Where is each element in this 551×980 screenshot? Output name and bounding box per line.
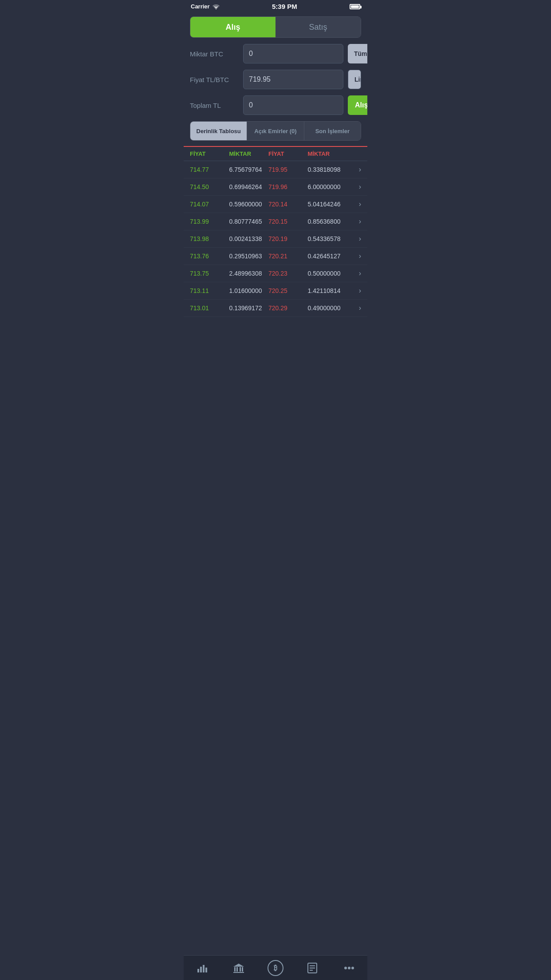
bid-price: 713.99 (190, 218, 229, 225)
section-tab-group: Derinlik Tablosu Açık Emirler (0) Son İş… (190, 121, 361, 141)
table-body: 714.77 6.75679764 719.95 0.33818098 › 71… (184, 161, 367, 317)
ask-qty: 0.42645127 (308, 253, 347, 260)
row-arrow: › (347, 304, 361, 312)
row-arrow: › (347, 166, 361, 174)
row-arrow: › (347, 269, 361, 277)
ask-qty: 0.49000000 (308, 304, 347, 312)
bid-qty: 0.29510963 (229, 253, 269, 260)
tab-acik-emir[interactable]: Açık Emirler (0) (247, 122, 304, 140)
table-row[interactable]: 714.77 6.75679764 719.95 0.33818098 › (184, 161, 367, 178)
ask-qty: 5.04164246 (308, 201, 347, 208)
order-form: Miktar BTC Tüm Bakiye Fiyat TL/BTC Limit… (184, 38, 367, 115)
row-arrow: › (347, 200, 361, 208)
bid-price: 713.75 (190, 270, 229, 277)
bid-price: 713.01 (190, 304, 229, 312)
bid-qty: 0.80777465 (229, 218, 269, 225)
ask-qty: 0.85636800 (308, 218, 347, 225)
table-row[interactable]: 714.50 0.69946264 719.96 6.00000000 › (184, 178, 367, 196)
tum-bakiye-button[interactable]: Tüm Bakiye (348, 44, 367, 63)
alis-emri-button[interactable]: Alış Emri Gir (348, 95, 367, 115)
table-row[interactable]: 713.76 0.29510963 720.21 0.42645127 › (184, 248, 367, 265)
row-arrow: › (347, 235, 361, 243)
fiyat-input[interactable] (243, 70, 343, 89)
fiyat-row: Fiyat TL/BTC Limit Piyasa (190, 70, 361, 89)
tab-sell[interactable]: Satış (276, 17, 361, 37)
table-row[interactable]: 713.99 0.80777465 720.15 0.85636800 › (184, 213, 367, 230)
ask-price: 720.15 (268, 218, 308, 225)
limit-piyasa-group: Limit Piyasa (348, 70, 361, 89)
row-arrow: › (347, 252, 361, 260)
miktar-row: Miktar BTC Tüm Bakiye (190, 44, 361, 63)
bid-price: 713.76 (190, 253, 229, 260)
fiyat-label: Fiyat TL/BTC (190, 76, 239, 83)
ask-price: 720.14 (268, 201, 308, 208)
ask-qty: 0.33818098 (308, 166, 347, 173)
header-fiyat1: FİYAT (190, 150, 229, 157)
bid-price: 714.77 (190, 166, 229, 173)
row-arrow: › (347, 217, 361, 225)
status-bar: Carrier 5:39 PM (184, 0, 367, 12)
table-header: FİYAT MİKTAR FİYAT MİKTAR (184, 147, 367, 161)
row-arrow: › (347, 183, 361, 191)
tab-buy[interactable]: Alış (190, 17, 276, 37)
limit-button[interactable]: Limit (348, 70, 361, 89)
row-arrow: › (347, 287, 361, 295)
header-miktar2: MİKTAR (308, 150, 347, 157)
table-row[interactable]: 713.11 1.01600000 720.25 1.42110814 › (184, 282, 367, 300)
table-row[interactable]: 713.01 0.13969172 720.29 0.49000000 › (184, 300, 367, 317)
table-row[interactable]: 713.75 2.48996308 720.23 0.50000000 › (184, 265, 367, 282)
ask-price: 720.29 (268, 304, 308, 312)
battery-icon (350, 4, 360, 9)
header-spacer (347, 150, 361, 157)
table-row[interactable]: 714.07 0.59600000 720.14 5.04164246 › (184, 196, 367, 213)
bid-price: 713.11 (190, 287, 229, 294)
bid-qty: 0.59600000 (229, 201, 269, 208)
bid-qty: 0.00241338 (229, 235, 269, 242)
depth-table: FİYAT MİKTAR FİYAT MİKTAR 714.77 6.75679… (184, 146, 367, 317)
bid-qty: 0.69946264 (229, 183, 269, 190)
tab-derinlik[interactable]: Derinlik Tablosu (190, 122, 247, 140)
bid-price: 714.50 (190, 183, 229, 190)
miktar-label: Miktar BTC (190, 50, 239, 58)
carrier-text: Carrier (191, 3, 210, 10)
miktar-input[interactable] (243, 44, 343, 63)
bid-price: 714.07 (190, 201, 229, 208)
ask-qty: 1.42110814 (308, 287, 347, 294)
bid-qty: 1.01600000 (229, 287, 269, 294)
bid-qty: 0.13969172 (229, 304, 269, 312)
status-battery (350, 4, 360, 9)
ask-price: 720.23 (268, 270, 308, 277)
bid-qty: 2.48996308 (229, 270, 269, 277)
ask-price: 720.21 (268, 253, 308, 260)
header-miktar1: MİKTAR (229, 150, 269, 157)
toplam-label: Toplam TL (190, 102, 239, 109)
header-fiyat2: FİYAT (268, 150, 308, 157)
ask-price: 719.96 (268, 183, 308, 190)
svg-point-0 (216, 8, 216, 9)
toplam-input[interactable] (243, 95, 343, 115)
table-row[interactable]: 713.98 0.00241338 720.19 0.54336578 › (184, 230, 367, 248)
buy-sell-tab-group: Alış Satış (190, 16, 361, 38)
bid-price: 713.98 (190, 235, 229, 242)
tab-son-islemler[interactable]: Son İşlemler (304, 122, 361, 140)
ask-qty: 6.00000000 (308, 183, 347, 190)
ask-price: 720.19 (268, 235, 308, 242)
bid-qty: 6.75679764 (229, 166, 269, 173)
wifi-icon (213, 4, 220, 9)
toplam-row: Toplam TL Alış Emri Gir (190, 95, 361, 115)
ask-price: 719.95 (268, 166, 308, 173)
ask-qty: 0.54336578 (308, 235, 347, 242)
ask-qty: 0.50000000 (308, 270, 347, 277)
status-carrier: Carrier (191, 3, 220, 10)
status-time: 5:39 PM (272, 3, 297, 10)
ask-price: 720.25 (268, 287, 308, 294)
